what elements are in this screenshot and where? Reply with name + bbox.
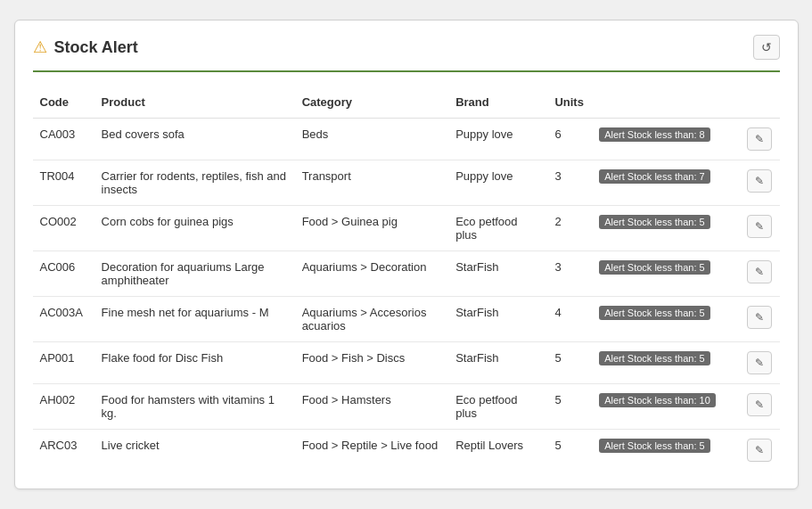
cell-product: Carrier for rodents, reptiles, fish and … [94, 160, 295, 206]
table-row: CA003Bed covers sofaBedsPuppy love6Alert… [33, 119, 780, 160]
col-header-code: Code [33, 90, 94, 119]
cell-category: Beds [295, 119, 449, 160]
cell-units: 2 [547, 206, 592, 251]
edit-button[interactable]: ✎ [747, 439, 772, 462]
table-row: AH002Food for hamsters with vitamins 1 k… [33, 384, 780, 430]
cell-code: AC006 [33, 251, 94, 297]
alert-badge: Alert Stock less than: 5 [599, 260, 710, 275]
cell-category: Food > Fish > Discs [295, 342, 449, 384]
cell-product: Food for hamsters with vitamins 1 kg. [94, 384, 295, 430]
cell-product: Bed covers sofa [94, 119, 295, 160]
cell-category: Food > Reptile > Live food [295, 430, 449, 472]
cell-alert: Alert Stock less than: 8 [592, 119, 740, 160]
cell-units: 5 [547, 384, 592, 430]
cell-code: AP001 [33, 342, 94, 384]
col-header-action [740, 90, 779, 119]
cell-units: 6 [547, 119, 592, 160]
table-row: AC006Decoration for aquariums Large amph… [33, 251, 780, 297]
cell-action: ✎ [740, 384, 779, 430]
page-title: Stock Alert [54, 38, 138, 57]
cell-action: ✎ [740, 342, 779, 384]
cell-brand: StarFish [448, 251, 547, 297]
cell-alert: Alert Stock less than: 5 [592, 206, 740, 251]
edit-button[interactable]: ✎ [747, 260, 772, 283]
cell-units: 3 [547, 160, 592, 206]
cell-action: ✎ [740, 206, 779, 251]
table-row: AC003AFine mesh net for aquariums - MAqu… [33, 297, 780, 342]
alert-badge: Alert Stock less than: 10 [599, 393, 716, 407]
cell-brand: StarFish [448, 297, 547, 342]
cell-category: Food > Guinea pig [295, 206, 449, 251]
alert-badge: Alert Stock less than: 5 [599, 351, 710, 365]
alert-badge: Alert Stock less than: 5 [599, 306, 710, 320]
edit-button[interactable]: ✎ [747, 127, 772, 151]
cell-units: 4 [547, 297, 592, 342]
cell-action: ✎ [740, 430, 779, 472]
cell-action: ✎ [740, 297, 779, 342]
edit-button[interactable]: ✎ [747, 351, 772, 374]
cell-code: ARC03 [33, 430, 94, 472]
cell-category: Transport [295, 160, 449, 206]
stock-alert-card: ⚠ Stock Alert ↺ Code Product Category Br… [14, 20, 799, 489]
cell-action: ✎ [740, 160, 779, 206]
alert-badge: Alert Stock less than: 8 [599, 127, 710, 142]
cell-category: Food > Hamsters [295, 384, 449, 430]
alert-badge: Alert Stock less than: 7 [599, 169, 710, 184]
col-header-category: Category [295, 90, 449, 119]
col-header-alert [592, 90, 740, 119]
cell-code: AH002 [33, 384, 94, 430]
cell-brand: Eco petfood plus [448, 384, 547, 430]
cell-action: ✎ [740, 119, 779, 160]
card-header: ⚠ Stock Alert ↺ [33, 35, 780, 72]
cell-brand: Puppy love [448, 160, 547, 206]
table-body: CA003Bed covers sofaBedsPuppy love6Alert… [33, 119, 780, 472]
table-row: TR004Carrier for rodents, reptiles, fish… [33, 160, 780, 206]
col-header-brand: Brand [448, 90, 547, 119]
alert-badge: Alert Stock less than: 5 [599, 439, 710, 453]
cell-alert: Alert Stock less than: 5 [592, 430, 740, 472]
cell-product: Corn cobs for guinea pigs [94, 206, 295, 251]
edit-button[interactable]: ✎ [747, 306, 772, 329]
col-header-product: Product [94, 90, 295, 119]
cell-brand: Puppy love [448, 119, 547, 160]
cell-code: AC003A [33, 297, 94, 342]
cell-product: Decoration for aquariums Large amphithea… [94, 251, 295, 297]
cell-units: 5 [547, 430, 592, 472]
edit-button[interactable]: ✎ [747, 169, 772, 193]
alert-badge: Alert Stock less than: 5 [599, 215, 710, 229]
cell-alert: Alert Stock less than: 5 [592, 342, 740, 384]
cell-brand: Reptil Lovers [448, 430, 547, 472]
edit-button[interactable]: ✎ [747, 215, 772, 238]
table-row: ARC03Live cricketFood > Reptile > Live f… [33, 430, 780, 472]
header-left: ⚠ Stock Alert [33, 37, 138, 57]
cell-product: Fine mesh net for aquariums - M [94, 297, 295, 342]
cell-code: CO002 [33, 206, 94, 251]
cell-category: Aquariums > Accesorios acuarios [295, 297, 449, 342]
cell-alert: Alert Stock less than: 5 [592, 251, 740, 297]
table-row: CO002Corn cobs for guinea pigsFood > Gui… [33, 206, 780, 251]
table-header: Code Product Category Brand Units [33, 90, 780, 119]
cell-code: CA003 [33, 119, 94, 160]
edit-button[interactable]: ✎ [747, 393, 772, 416]
cell-code: TR004 [33, 160, 94, 206]
cell-brand: StarFish [448, 342, 547, 384]
cell-category: Aquariums > Decoration [295, 251, 449, 297]
cell-units: 5 [547, 342, 592, 384]
table-row: AP001Flake food for Disc FishFood > Fish… [33, 342, 780, 384]
stock-alert-table: Code Product Category Brand Units CA003B… [33, 90, 780, 471]
cell-alert: Alert Stock less than: 7 [592, 160, 740, 206]
cell-action: ✎ [740, 251, 779, 297]
cell-brand: Eco petfood plus [448, 206, 547, 251]
cell-product: Flake food for Disc Fish [94, 342, 295, 384]
warning-icon: ⚠ [33, 37, 47, 57]
cell-alert: Alert Stock less than: 5 [592, 297, 740, 342]
refresh-button[interactable]: ↺ [753, 35, 780, 60]
col-header-units: Units [547, 90, 592, 119]
cell-alert: Alert Stock less than: 10 [592, 384, 740, 430]
cell-units: 3 [547, 251, 592, 297]
cell-product: Live cricket [94, 430, 295, 472]
